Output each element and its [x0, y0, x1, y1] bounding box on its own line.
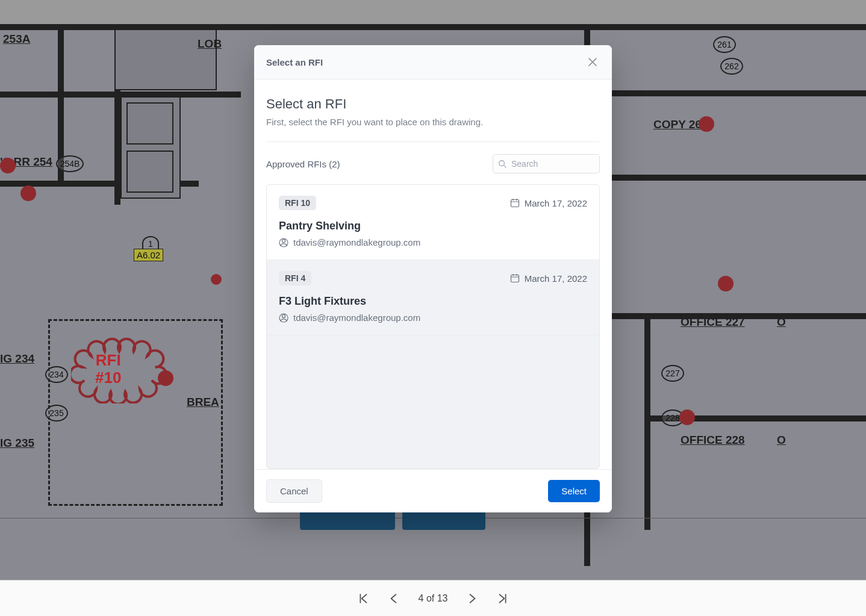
modal-footer: Cancel Select	[254, 469, 612, 512]
divider	[266, 142, 600, 142]
person-icon	[279, 238, 288, 247]
person-icon	[279, 313, 288, 323]
rfi-card[interactable]: RFI 4 March 17, 2022 F3 Light Fixtures t…	[267, 260, 599, 335]
svg-point-12	[282, 314, 285, 317]
list-controls: Approved RFIs (2)	[266, 154, 600, 173]
cancel-button[interactable]: Cancel	[266, 479, 322, 503]
rfi-badge: RFI 4	[279, 271, 311, 285]
rfi-owner-text: tdavis@raymondlakegroup.com	[293, 313, 420, 323]
next-page-icon[interactable]	[467, 593, 478, 604]
search-input[interactable]	[493, 154, 600, 173]
rfi-owner-text: tdavis@raymondlakegroup.com	[293, 237, 420, 247]
rfi-date-text: March 17, 2022	[525, 198, 587, 208]
select-button[interactable]: Select	[548, 480, 600, 502]
calendar-icon	[510, 198, 520, 208]
modal-body-title: Select an RFI	[266, 96, 600, 112]
select-rfi-modal: Select an RFI Select an RFI First, selec…	[254, 45, 612, 512]
rfi-date-text: March 17, 2022	[525, 273, 587, 284]
search-icon	[498, 160, 506, 168]
approved-count-label: Approved RFIs (2)	[266, 159, 340, 169]
top-bar	[0, 0, 866, 24]
close-icon	[588, 58, 597, 66]
rfi-date: March 17, 2022	[510, 198, 587, 208]
modal-body-subtitle: First, select the RFI you want to place …	[266, 117, 600, 127]
first-page-icon[interactable]	[358, 593, 369, 604]
rfi-stamp-line1: RFI	[95, 352, 121, 369]
rfi-stamp-line2: #10	[95, 369, 121, 387]
pagination-bar: 4 of 13	[0, 580, 866, 616]
svg-rect-2	[511, 200, 519, 207]
svg-rect-8	[511, 275, 519, 282]
svg-line-1	[504, 166, 506, 168]
rfi-title: Pantry Shelving	[279, 220, 587, 232]
rfi-badge: RFI 10	[279, 196, 316, 210]
search-wrap	[493, 154, 600, 173]
calendar-icon	[510, 273, 520, 283]
rfi-owner: tdavis@raymondlakegroup.com	[279, 237, 587, 247]
prev-page-icon[interactable]	[388, 593, 399, 604]
svg-point-6	[282, 239, 285, 242]
modal-body: Select an RFI First, select the RFI you …	[254, 79, 612, 469]
page-indicator: 4 of 13	[419, 593, 448, 604]
modal-header: Select an RFI	[254, 45, 612, 79]
rfi-card[interactable]: RFI 10 March 17, 2022 Pantry Shelving td…	[267, 185, 599, 260]
close-button[interactable]	[585, 55, 600, 69]
rfi-list: RFI 10 March 17, 2022 Pantry Shelving td…	[266, 184, 600, 469]
modal-header-title: Select an RFI	[266, 57, 323, 67]
last-page-icon[interactable]	[497, 593, 508, 604]
rfi-date: March 17, 2022	[510, 273, 587, 284]
rfi-title: F3 Light Fixtures	[279, 295, 587, 308]
rfi-owner: tdavis@raymondlakegroup.com	[279, 313, 587, 323]
